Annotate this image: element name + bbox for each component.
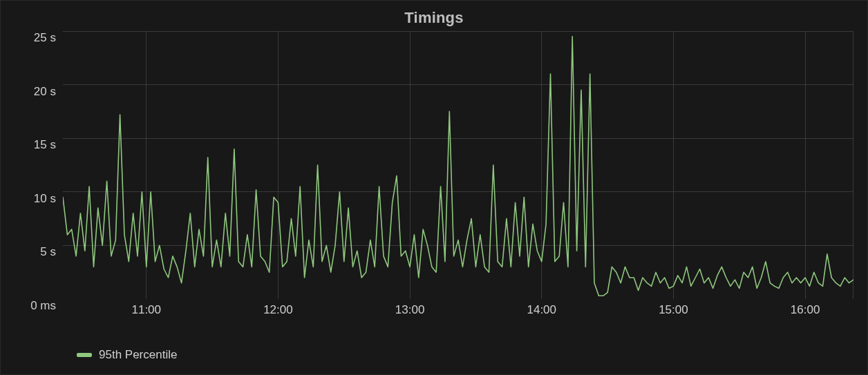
y-axis: 0 ms5 s10 s15 s20 s25 s: [15, 31, 63, 324]
legend-series-label: 95th Percentile: [99, 348, 177, 362]
chart-line: [63, 31, 853, 299]
y-tick-label: 5 s: [40, 245, 56, 259]
x-tick-label: 14:00: [527, 303, 556, 317]
legend-swatch-icon: [77, 353, 92, 357]
x-tick-label: 12:00: [263, 303, 293, 317]
x-tick-label: 15:00: [659, 303, 688, 317]
y-tick-label: 20 s: [34, 85, 56, 99]
chart-title: Timings: [1, 1, 867, 27]
chart-area[interactable]: 0 ms5 s10 s15 s20 s25 s 11:0012:0013:001…: [1, 27, 867, 324]
plot-area[interactable]: [63, 31, 853, 299]
x-tick-label: 16:00: [791, 303, 820, 317]
y-tick-label: 25 s: [34, 31, 56, 45]
y-tick-label: 15 s: [34, 138, 56, 152]
y-tick-label: 0 ms: [30, 299, 56, 313]
y-tick-label: 10 s: [34, 192, 56, 206]
legend[interactable]: 95th Percentile: [77, 348, 177, 362]
x-axis: 11:0012:0013:0014:0015:0016:00: [63, 299, 853, 324]
x-tick-label: 13:00: [395, 303, 425, 317]
chart-panel: Timings 0 ms5 s10 s15 s20 s25 s 11:0012:…: [0, 0, 868, 375]
x-tick-label: 11:00: [131, 303, 161, 317]
